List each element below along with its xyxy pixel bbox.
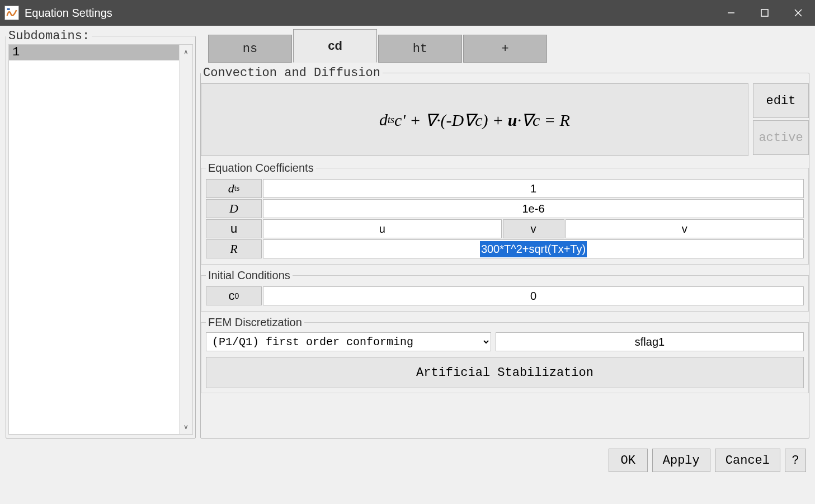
maximize-button[interactable] — [748, 0, 781, 26]
tab-add[interactable]: + — [463, 35, 547, 63]
coef-label-c0: c0 — [206, 286, 262, 305]
coef-input-R[interactable]: 300*T^2+sqrt(Tx+Ty) — [263, 239, 804, 258]
cd-legend: Convection and Diffusion — [201, 66, 383, 80]
initial-conditions-legend: Initial Conditions — [206, 269, 293, 282]
scroll-down-icon[interactable]: ∨ — [180, 420, 192, 434]
active-button[interactable]: active — [753, 120, 809, 155]
equation-side-buttons: edit active — [753, 83, 809, 156]
window-title: Equation Settings — [25, 7, 714, 20]
fem-legend: FEM Discretization — [206, 316, 304, 329]
subdomain-item[interactable]: 1 — [9, 45, 179, 60]
right-pane: ns cd ht + Convection and Diffusion dtsc… — [200, 29, 809, 439]
tab-ht[interactable]: ht — [378, 35, 462, 63]
equation-display: dtsc' + ∇·(-D∇c) + u·∇c = R — [201, 83, 748, 156]
window-controls — [714, 0, 815, 26]
coef-label-dts: dts — [206, 179, 262, 198]
coefficients-group: Equation Coefficients dts D u v R — [201, 162, 809, 265]
minimize-button[interactable] — [714, 0, 748, 26]
ok-button[interactable]: OK — [609, 449, 648, 472]
title-bar: Equation Settings — [0, 0, 815, 26]
subdomains-legend: Subdomains: — [6, 29, 92, 43]
coef-R-selection: 300*T^2+sqrt(Tx+Ty) — [480, 241, 587, 257]
coef-label-u: u — [206, 219, 262, 238]
coef-input-u2[interactable] — [566, 219, 804, 238]
svg-rect-0 — [7, 8, 10, 10]
coef-label-D: D — [206, 199, 262, 218]
cancel-button[interactable]: Cancel — [715, 449, 780, 472]
help-button[interactable]: ? — [785, 449, 806, 472]
coef-input-c0[interactable] — [263, 286, 804, 305]
close-button[interactable] — [781, 0, 815, 26]
subdomains-list[interactable]: 1 — [9, 45, 179, 434]
initial-conditions-group: Initial Conditions c0 — [201, 269, 809, 312]
subdomains-panel: Subdomains: 1 ∧ ∨ — [6, 29, 196, 439]
subdomains-list-wrap: 1 ∧ ∨ — [8, 44, 193, 435]
scroll-up-icon[interactable]: ∧ — [180, 45, 192, 59]
app-icon — [4, 6, 19, 20]
artificial-stabilization-button[interactable]: Artificial Stabilization — [206, 357, 804, 388]
fem-select[interactable]: (P1/Q1) first order conforming — [206, 332, 491, 351]
coef-input-dts[interactable] — [263, 179, 804, 198]
tab-ns[interactable]: ns — [208, 35, 292, 63]
coef-input-u1[interactable] — [263, 219, 502, 238]
fem-group: FEM Discretization (P1/Q1) first order c… — [201, 316, 809, 393]
fem-sflag-input[interactable] — [496, 332, 804, 351]
equation-row: dtsc' + ∇·(-D∇c) + u·∇c = R edit active — [201, 83, 809, 156]
coef-input-D[interactable] — [263, 199, 804, 218]
coefficients-legend: Equation Coefficients — [206, 162, 316, 175]
subdomains-scrollbar[interactable]: ∧ ∨ — [179, 45, 192, 434]
dialog-buttons: OK Apply Cancel ? — [0, 441, 815, 472]
tab-cd[interactable]: cd — [293, 29, 377, 63]
coef-mid-v: v — [503, 219, 564, 238]
cd-group: Convection and Diffusion dtsc' + ∇·(-D∇c… — [200, 66, 809, 439]
content-area: Subdomains: 1 ∧ ∨ ns cd ht + Convection … — [0, 26, 815, 441]
apply-button[interactable]: Apply — [652, 449, 710, 472]
coef-label-R: R — [206, 239, 262, 258]
tabs: ns cd ht + — [200, 29, 809, 63]
edit-button[interactable]: edit — [753, 83, 809, 118]
svg-rect-2 — [761, 10, 768, 16]
